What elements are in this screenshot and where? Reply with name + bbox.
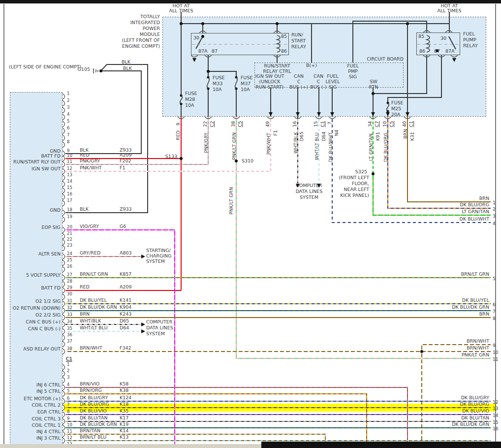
diagram-label: S325 — [355, 169, 367, 174]
circuit-code-label: D64 — [120, 325, 129, 330]
pin-number: 5 — [67, 389, 69, 393]
pin-hook — [63, 384, 65, 390]
diagram-label: RUN/START — [264, 64, 290, 68]
circuit-code-label: G6 — [120, 224, 126, 229]
diagram-label: 10A — [185, 103, 194, 108]
wire — [65, 387, 407, 444]
pin-number: 4 — [67, 383, 69, 387]
diagram-label: BRN — [403, 129, 408, 139]
pin-hook — [63, 412, 65, 417]
diagram-label: ENGINE COMPT) — [122, 44, 160, 49]
diagram-label: PUMP — [463, 37, 476, 42]
diagram-label: SYSTEM — [300, 195, 318, 200]
diagram-label: PNK/LT GRN — [229, 187, 234, 215]
wire-number-label: 1 — [493, 201, 496, 205]
pin-number: 18 — [67, 208, 72, 212]
connector-label: C1 — [66, 356, 72, 361]
diagram-label: (LEFT SIDE OF ENGINE COMPT) — [9, 64, 81, 69]
diagram-label: 49 — [265, 121, 270, 127]
diagram-label: (LEFT FRONT OF — [122, 38, 160, 43]
pin-signal-name: BATT FD — [41, 154, 61, 159]
diagram-label: 10 — [382, 121, 387, 127]
wire-color-label: RED — [80, 153, 90, 158]
diagram-label: 30 — [193, 35, 199, 40]
wire-color-label: BRN/TAN — [80, 428, 100, 433]
circuit-code-label: K18 — [120, 402, 128, 407]
diagram-label: WHT/BLK — [293, 132, 298, 154]
junction-dot — [372, 172, 375, 175]
circuit-code-label: K857 — [120, 272, 131, 277]
wire-color-label: DK BLU/YEL — [80, 298, 107, 303]
pin-number: 24 — [67, 252, 72, 256]
junction-dot — [420, 350, 423, 353]
pin-number: 21 — [67, 231, 72, 236]
wire-color-label: VIO/GRY — [80, 224, 99, 229]
diagram-label: RUN/ — [291, 32, 303, 37]
pin-signal-name: RUN/START RLY OUT — [13, 160, 61, 164]
fuse-symbol — [180, 96, 183, 104]
pin-number: 25 — [67, 258, 72, 262]
diagram-label: 85 — [418, 34, 424, 39]
pin-hook — [63, 341, 65, 347]
pin-hook — [63, 335, 65, 341]
pin-signal-name: COIL CTRL 2 — [31, 403, 61, 408]
pin-number: 26 — [67, 264, 72, 269]
wire — [65, 71, 141, 154]
diagram-label: 9 — [176, 123, 181, 126]
pin-hook — [63, 398, 65, 404]
diagram-label: DK BLU/ORG — [383, 132, 388, 162]
pin-hook — [63, 142, 65, 148]
wire-color-label: BRN/WHT — [80, 346, 102, 351]
diagram-label: IGN SW OUT — [255, 74, 284, 79]
arrow-icon — [371, 112, 375, 116]
pin-number: 12 — [67, 166, 72, 171]
wire-number-label: 9 — [493, 344, 496, 348]
pin-hook — [63, 94, 65, 99]
diagram-label: FUSE — [391, 100, 403, 105]
diagram-label: ALL TIMES — [169, 8, 193, 13]
diagram-label: DK BLU/WHT — [328, 132, 333, 162]
arrow-icon — [386, 112, 390, 116]
relay-coil — [277, 35, 280, 52]
junction-dot — [180, 157, 183, 160]
pin-number: 10 — [67, 423, 72, 427]
diagram-label: 87 — [434, 49, 440, 54]
circuit-code-label: F342 — [120, 346, 131, 351]
arrow-icon — [406, 112, 409, 116]
pin-number: 9 — [67, 416, 69, 421]
pin-hook — [63, 294, 65, 300]
diagram-label: FLOOR, — [352, 181, 369, 186]
pin-number: 27 — [67, 273, 72, 277]
circuit-code-label: A209 — [120, 153, 132, 158]
wire-color-label: BLK — [80, 207, 89, 212]
diagram-label: 22 — [203, 121, 208, 127]
diagram-label: INTEGRATED — [130, 20, 160, 25]
diagram-label: B(+) — [306, 63, 317, 68]
diagram-label: FUSE — [213, 75, 224, 80]
diagram-label: SYSTEM — [146, 331, 165, 336]
pin-number: 1 — [67, 92, 69, 96]
pin-signal-name: CAN C BUS (-) — [28, 326, 61, 331]
diagram-label: RELAY — [291, 44, 306, 49]
diagram-label: ALL TIMES — [438, 8, 462, 13]
junction-dot — [180, 22, 183, 25]
diagram-label: POWER — [143, 26, 160, 31]
diagram-label: STARTING/ — [146, 248, 171, 253]
junction-dot — [99, 69, 102, 72]
pin-hook — [63, 266, 65, 272]
wire — [236, 117, 491, 358]
wire-color-label: BRN — [479, 312, 489, 317]
pin-number: 29 — [67, 286, 72, 290]
pin-hook — [63, 217, 65, 223]
diagram-label: M33 — [213, 81, 222, 86]
arrow-icon — [330, 112, 334, 116]
pin-number: 5 — [67, 119, 69, 124]
pin-hook — [63, 175, 65, 181]
diagram-label: CAN — [313, 74, 323, 79]
pin-number: 15 — [67, 186, 72, 190]
diagram-label: K31 — [410, 132, 415, 141]
pin-hook — [63, 418, 65, 424]
arrow-icon — [452, 58, 456, 62]
circuit-code-label: F1 — [120, 165, 125, 170]
pin-number: 33 — [67, 313, 72, 317]
